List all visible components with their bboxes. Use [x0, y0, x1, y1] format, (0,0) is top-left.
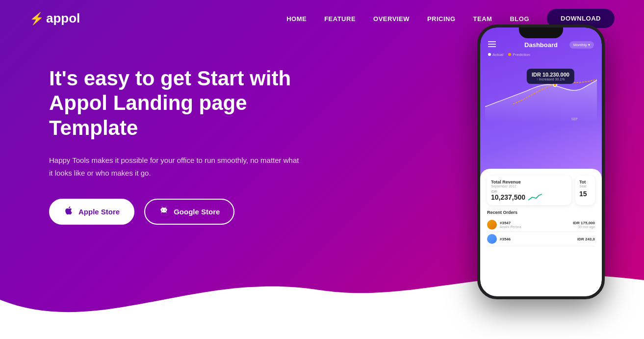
nav-home[interactable]: HOME: [286, 15, 307, 23]
order-name-1: Andini Pertina: [500, 225, 570, 229]
order-avatar-1: [487, 220, 497, 230]
order-info-2: #3546: [500, 237, 574, 241]
screen-bottom: Total Revenue September 2017 IDR 10,237,…: [480, 169, 602, 296]
svg-text:SEP: SEP: [571, 117, 578, 121]
order-item-2: #3546 IDR 243,0: [487, 232, 595, 246]
android-icon: [159, 206, 169, 218]
revenue-card-label: IDR: [491, 190, 567, 193]
partial-revenue-card: Tot Seat 15: [575, 176, 595, 205]
google-store-label: Google Store: [174, 208, 220, 216]
revenue-card-amount: 10,237,500: [491, 193, 525, 201]
order-amount-2: IDR 243,0: [577, 237, 595, 241]
nav-feature[interactable]: FEATURE: [324, 15, 356, 23]
revenue-card-period: September 2017: [491, 184, 567, 188]
order-info-1: #3547 Andini Pertina: [500, 221, 570, 229]
google-store-button[interactable]: Google Store: [144, 199, 234, 225]
order-id-1: #3547: [500, 221, 570, 225]
recent-orders-title: Recent Orders: [487, 210, 595, 215]
phone-notch: [519, 27, 563, 38]
monthly-badge: Monthly ▾: [569, 41, 594, 49]
hero-content: It's easy to get Start with Appol Landin…: [0, 37, 304, 225]
revenue-chart: SEP IDR 10.230.000 ↑ Increased 30.1%: [485, 59, 597, 123]
chart-legend: Actual Prediction: [480, 52, 602, 59]
apple-icon: [64, 206, 74, 218]
nav-overview[interactable]: OVERVIEW: [373, 15, 410, 23]
hero-title: It's easy to get Start with Appol Landin…: [49, 66, 304, 140]
logo-icon: ⚡: [29, 12, 44, 26]
apple-store-button[interactable]: Apple Store: [49, 199, 134, 225]
hamburger-icon: [488, 41, 496, 47]
order-id-2: #3546: [500, 237, 574, 241]
order-item-1: #3547 Andini Pertina IDR 175,000 30 min …: [487, 218, 595, 232]
brand-name: appol: [46, 11, 80, 26]
logo[interactable]: ⚡ appol: [29, 11, 80, 26]
chart-tooltip: IDR 10.230.000 ↑ Increased 30.1%: [527, 69, 574, 84]
recent-orders: Recent Orders #3547 Andini Pertina IDR 1…: [487, 210, 595, 246]
phone-mockup: Dashboard Monthly ▾ Actual Prediction: [477, 25, 605, 299]
phone-outer: Dashboard Monthly ▾ Actual Prediction: [477, 25, 605, 299]
nav-blog[interactable]: BLOG: [510, 15, 529, 23]
revenue-card-title: Total Revenue: [491, 180, 567, 184]
nav-pricing[interactable]: PRICING: [427, 15, 456, 23]
hero-description: Happy Tools makes it possible for your o…: [49, 154, 304, 179]
revenue-cards: Total Revenue September 2017 IDR 10,237,…: [487, 176, 595, 205]
order-amount-1: IDR 175,000: [573, 221, 595, 225]
nav-team[interactable]: TEAM: [473, 15, 492, 23]
store-buttons: Apple Store Google Store: [49, 199, 304, 225]
total-revenue-card: Total Revenue September 2017 IDR 10,237,…: [487, 176, 571, 205]
phone-screen: Dashboard Monthly ▾ Actual Prediction: [480, 27, 602, 296]
order-avatar-2: [487, 234, 497, 244]
order-time-1: 30 min ago: [573, 225, 595, 229]
dashboard-title: Dashboard: [524, 41, 558, 49]
apple-store-label: Apple Store: [78, 208, 120, 216]
